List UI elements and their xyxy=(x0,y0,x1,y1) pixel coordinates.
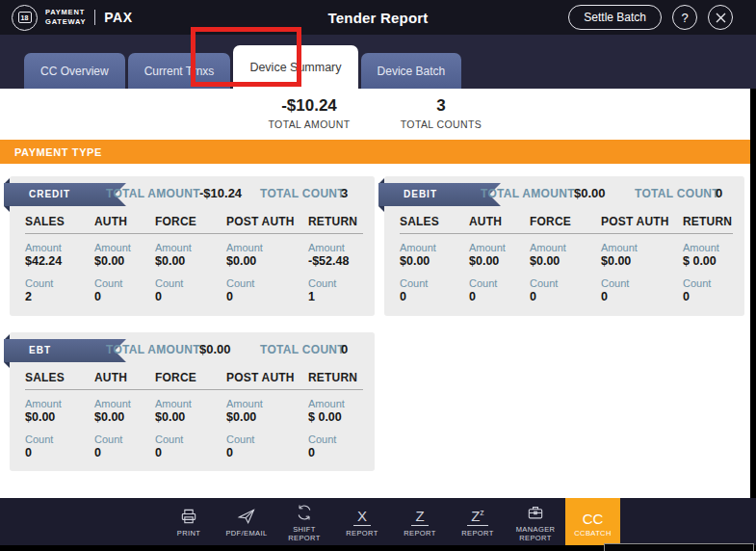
bottom-toolbar: PRINT SHIFT REPORT PDF/EMAIL SHIFT REPOR… xyxy=(0,498,756,545)
divider xyxy=(400,233,733,234)
data-cell: Amount -$52.48 Count 1 xyxy=(308,242,363,303)
briefcase-icon xyxy=(526,501,545,522)
card-data-grid: Amount $42.24 Count 2 Amount $0.00 Count… xyxy=(25,242,363,303)
total-counts-label: TOTAL COUNTS xyxy=(383,118,499,130)
ebt-card-panel: EBT TOTAL AMOUNT $0.00 TOTAL COUNT 0 SAL… xyxy=(10,332,375,471)
print-button[interactable]: PRINT xyxy=(161,498,217,545)
tab-bar: CC Overview Current Trnxs Device Summary… xyxy=(0,35,756,89)
ribbon-fold xyxy=(378,206,384,212)
z-report-icon: Z xyxy=(411,509,428,526)
zz-report-icon: Zz xyxy=(467,506,488,526)
x-report-button[interactable]: X REPORT xyxy=(334,498,390,545)
card-total-count-value: 3 xyxy=(341,186,348,200)
ribbon-fold xyxy=(4,362,10,368)
data-cell: Amount $0.00 Count 0 xyxy=(530,242,601,303)
card-total-amount-label: TOTAL AMOUNT xyxy=(106,343,200,356)
card-total-count-label: TOTAL COUNT xyxy=(635,187,719,200)
payment-gateway-logo-icon: 18 xyxy=(12,5,38,31)
cc-text-icon: CC xyxy=(583,512,604,526)
data-cell: Amount $42.24 Count 2 xyxy=(25,242,94,303)
pdf-email-button[interactable]: SHIFT REPORT PDF/EMAIL xyxy=(219,498,274,545)
totals-summary: -$10.24 TOTAL AMOUNT 3 TOTAL COUNTS xyxy=(0,96,750,130)
x-report-icon: X xyxy=(353,509,371,526)
credit-card-panel: CREDIT TOTAL AMOUNT -$10.24 TOTAL COUNT … xyxy=(10,176,375,316)
data-cell: Amount $0.00 Count 0 xyxy=(226,398,308,459)
tab-cc-overview[interactable]: CC Overview xyxy=(24,53,125,89)
tab-device-summary[interactable]: Device Summary xyxy=(233,45,357,89)
brand-separator xyxy=(94,10,95,25)
debit-card-panel: DEBIT TOTAL AMOUNT $0.00 TOTAL COUNT 0 S… xyxy=(384,176,744,316)
close-button[interactable] xyxy=(708,5,733,30)
brand-name: PAYMENT GATEWAY xyxy=(45,8,86,27)
column-headers: SALES AUTH FORCE POST AUTH RETURN xyxy=(400,215,733,228)
page-title: Tender Report xyxy=(328,10,429,26)
card-total-amount-value: $0.00 xyxy=(199,342,231,356)
card-data-grid: Amount $0.00 Count 0 Amount $0.00 Count … xyxy=(400,242,733,303)
top-header: 18 PAYMENT GATEWAY PAX Tender Report Set… xyxy=(0,0,756,35)
payment-type-section-bar: PAYMENT TYPE xyxy=(0,140,750,164)
tab-device-batch[interactable]: Device Batch xyxy=(361,53,462,89)
card-total-count-value: 0 xyxy=(716,186,722,200)
printer-icon xyxy=(179,505,198,526)
data-cell: Amount $ 0.00 Count 0 xyxy=(308,398,363,459)
z-report-button[interactable]: Z REPORT xyxy=(392,498,448,545)
ccbatch-button[interactable]: CC CCBATCH xyxy=(565,498,620,545)
card-total-count-value: 0 xyxy=(341,342,348,356)
data-cell: Amount $0.00 Count 0 xyxy=(25,398,94,459)
data-cell: Amount $0.00 Count 0 xyxy=(469,242,530,303)
data-cell: Amount $0.00 Count 0 xyxy=(155,398,226,459)
close-icon xyxy=(716,13,726,23)
total-amount-summary: -$10.24 TOTAL AMOUNT xyxy=(251,96,367,130)
card-total-amount-value: $0.00 xyxy=(574,186,606,200)
column-headers: SALES AUTH FORCE POST AUTH RETURN xyxy=(25,215,363,228)
total-counts-summary: 3 TOTAL COUNTS xyxy=(383,96,499,130)
paper-plane-icon xyxy=(237,505,256,526)
total-counts-value: 3 xyxy=(383,96,499,116)
total-amount-value: -$10.24 xyxy=(251,96,367,116)
settle-batch-button[interactable]: Settle Batch xyxy=(568,5,662,30)
data-cell: Amount $0.00 Count 0 xyxy=(601,242,683,303)
app-window: 18 PAYMENT GATEWAY PAX Tender Report Set… xyxy=(0,0,756,551)
divider xyxy=(25,233,363,234)
zz-report-button[interactable]: Zz REPORT xyxy=(450,498,506,545)
sync-icon xyxy=(295,501,314,522)
tab-current-trnxs[interactable]: Current Trnxs xyxy=(128,53,231,89)
data-cell: Amount $ 0.00 Count 0 xyxy=(683,242,733,303)
data-cell: Amount $0.00 Count 0 xyxy=(94,242,155,303)
calendar-18-icon: 18 xyxy=(18,12,32,23)
data-cell: Amount $0.00 Count 0 xyxy=(155,242,226,303)
total-amount-label: TOTAL AMOUNT xyxy=(251,118,367,130)
product-name: PAX xyxy=(104,10,132,25)
data-cell: Amount $0.00 Count 0 xyxy=(226,242,308,303)
card-total-amount-label: TOTAL AMOUNT xyxy=(481,187,575,200)
cutoff-popup-edge xyxy=(604,543,754,551)
card-total-amount-label: TOTAL AMOUNT xyxy=(106,187,200,200)
help-button[interactable]: ? xyxy=(672,5,697,30)
manager-report-button[interactable]: MANAGER REPORT xyxy=(508,498,563,545)
card-total-amount-value: -$10.24 xyxy=(199,186,242,200)
column-headers: SALES AUTH FORCE POST AUTH RETURN xyxy=(25,371,363,384)
shift-report-button[interactable]: SHIFT REPORT xyxy=(276,498,332,545)
data-cell: Amount $0.00 Count 0 xyxy=(400,242,469,303)
divider xyxy=(25,389,363,390)
data-cell: Amount $0.00 Count 0 xyxy=(94,398,155,459)
ribbon-fold xyxy=(4,206,10,212)
report-body: -$10.24 TOTAL AMOUNT 3 TOTAL COUNTS PAYM… xyxy=(0,89,750,498)
card-total-count-label: TOTAL COUNT xyxy=(260,343,345,356)
card-total-count-label: TOTAL COUNT xyxy=(260,187,345,200)
card-data-grid: Amount $0.00 Count 0 Amount $0.00 Count … xyxy=(25,398,363,459)
